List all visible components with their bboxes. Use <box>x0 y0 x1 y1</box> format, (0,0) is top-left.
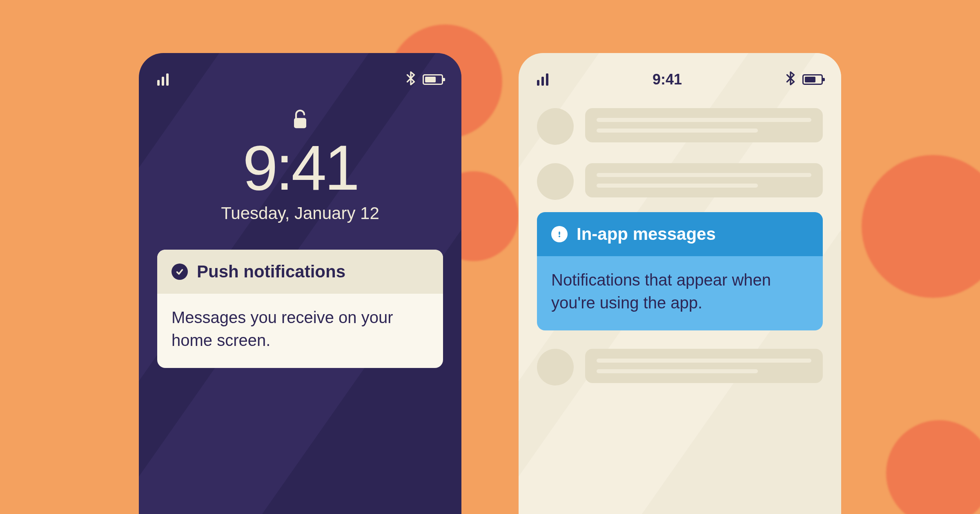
phones-container: 9:41 Tuesday, January 12 Push notificati… <box>0 0 980 514</box>
status-bar <box>157 69 443 90</box>
svg-rect-2 <box>559 232 560 235</box>
signal-icon <box>537 73 548 86</box>
in-app-phone: 9:41 <box>519 53 841 514</box>
notification-body: Notifications that appear when you're us… <box>537 256 823 330</box>
unlock-icon <box>157 108 443 132</box>
signal-icon <box>157 73 169 86</box>
battery-icon <box>423 74 443 85</box>
list-item <box>537 108 823 145</box>
avatar-placeholder <box>537 108 574 145</box>
status-bar: 9:41 <box>537 69 823 90</box>
lock-screen-time: 9:41 <box>157 136 443 199</box>
alert-icon <box>551 226 568 242</box>
list-item <box>537 163 823 200</box>
notification-title: In-app messages <box>577 224 716 244</box>
bluetooth-icon <box>786 71 795 88</box>
notification-body: Messages you receive on your home screen… <box>157 294 443 368</box>
lock-screen-phone: 9:41 Tuesday, January 12 Push notificati… <box>139 53 461 514</box>
content-placeholder <box>585 108 823 142</box>
notification-header: In-app messages <box>537 212 823 256</box>
svg-point-3 <box>559 235 560 237</box>
svg-rect-0 <box>294 118 306 128</box>
lock-screen-date: Tuesday, January 12 <box>157 204 443 223</box>
avatar-placeholder <box>537 163 574 200</box>
notification-title: Push notifications <box>197 262 345 281</box>
content-placeholder <box>585 163 823 197</box>
avatar-placeholder <box>537 349 574 386</box>
battery-icon <box>802 74 823 85</box>
in-app-message-card[interactable]: In-app messages Notifications that appea… <box>537 212 823 330</box>
bluetooth-icon <box>406 71 415 88</box>
push-notification-card[interactable]: Push notifications Messages you receive … <box>157 250 443 368</box>
content-placeholder <box>585 349 823 383</box>
status-bar-time: 9:41 <box>653 71 682 88</box>
list-item <box>537 349 823 386</box>
checkmark-icon <box>172 264 188 280</box>
notification-header: Push notifications <box>157 250 443 294</box>
